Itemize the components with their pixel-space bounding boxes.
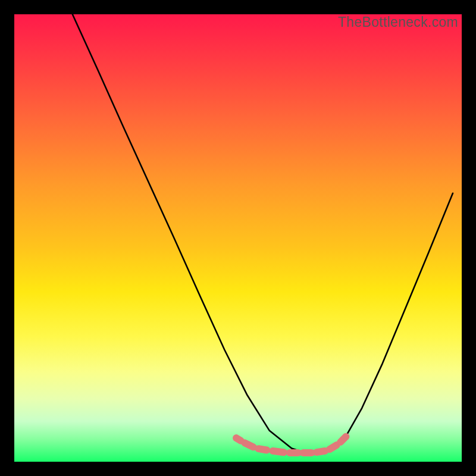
svg-line-8 [340,437,346,442]
svg-line-3 [273,451,284,452]
bottleneck-curve [73,14,453,453]
svg-line-7 [330,445,337,449]
svg-line-6 [317,451,325,452]
plot-area: TheBottleneck.com [14,14,462,462]
svg-line-1 [245,443,253,447]
svg-line-2 [258,449,267,450]
curve-layer [14,14,462,462]
chart-frame: TheBottleneck.com [0,0,476,476]
highlight-segments [236,437,346,453]
svg-line-0 [236,438,241,441]
